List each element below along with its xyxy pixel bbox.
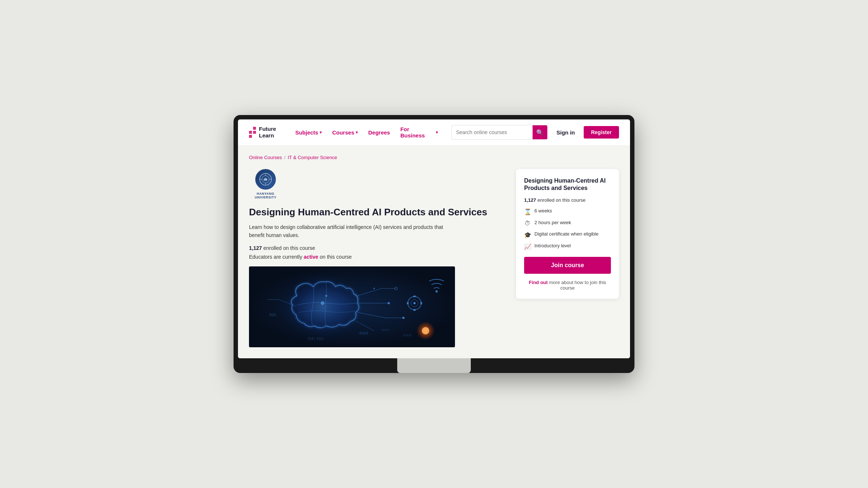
card-stat-certificate: 🎓 Digital certificate when eligible [524, 231, 611, 238]
svg-text:01010: 01010 [359, 332, 368, 335]
breadcrumb-category[interactable]: IT & Computer Science [288, 155, 337, 160]
svg-text:0101: 0101 [269, 313, 276, 317]
svg-rect-25 [420, 302, 422, 304]
register-button[interactable]: Register [584, 126, 619, 139]
find-out-link[interactable]: Find out [529, 280, 548, 285]
course-left: HY HANYANG UNIVERSITY Designing Human-Ce… [249, 169, 507, 348]
card-level-text: Introductory level [534, 243, 571, 248]
svg-point-35 [402, 317, 405, 319]
nav-subjects[interactable]: Subjects ▾ [291, 126, 327, 139]
svg-rect-24 [407, 302, 409, 304]
educators-prefix: Educators are currently [249, 254, 304, 260]
svg-point-38 [325, 295, 327, 297]
nav-degrees[interactable]: Degrees [364, 126, 394, 139]
course-description: Learn how to design collaborative artifi… [249, 223, 455, 240]
search-box: 🔍 [451, 125, 548, 140]
breadcrumb: Online Courses / IT & Computer Science [249, 155, 619, 160]
main-content: Online Courses / IT & Computer Science [238, 146, 630, 359]
svg-text:HY: HY [263, 178, 268, 182]
svg-point-37 [321, 301, 324, 305]
svg-point-34 [388, 302, 390, 304]
breadcrumb-home[interactable]: Online Courses [249, 155, 282, 160]
monitor-screen: Future Learn Subjects ▾ Courses ▾ Degree… [238, 119, 630, 359]
university-name: HANYANG UNIVERSITY [249, 192, 282, 199]
card-duration-text: 6 weeks [534, 208, 552, 214]
search-input[interactable] [452, 129, 533, 135]
search-button[interactable]: 🔍 [533, 125, 547, 140]
course-title: Designing Human-Centred AI Products and … [249, 207, 507, 218]
card-enrolled-count: 1,127 [524, 197, 536, 203]
logo[interactable]: Future Learn [249, 126, 276, 139]
university-badge: HY HANYANG UNIVERSITY [249, 169, 282, 199]
card-title: Designing Human-Centred AI Products and … [524, 177, 611, 193]
clock-icon: ⌛ [524, 208, 531, 215]
educators-info: Educators are currently active on this c… [249, 254, 507, 260]
enrolled-count: 1,127 [249, 245, 262, 251]
card-stat-duration: ⌛ 6 weeks [524, 208, 611, 215]
search-icon: 🔍 [536, 129, 544, 136]
card-stat-time: ⏱ 2 hours per week [524, 220, 611, 227]
svg-point-33 [422, 327, 429, 334]
active-link[interactable]: active [304, 254, 319, 260]
course-image: 0101 01010 10110 0101 0101 01010 [249, 266, 455, 347]
header: Future Learn Subjects ▾ Courses ▾ Degree… [238, 119, 630, 146]
breadcrumb-separator: / [284, 155, 286, 160]
course-sidebar: Designing Human-Centred AI Products and … [516, 169, 619, 299]
card-enrolled-stat: 1,127 enrolled on this course [524, 197, 611, 203]
find-out-text: Find out more about how to join this cou… [524, 280, 611, 291]
svg-point-36 [373, 288, 375, 289]
course-card: Designing Human-Centred AI Products and … [516, 169, 619, 299]
logo-text: Future Learn [259, 126, 276, 139]
logo-icon [249, 127, 256, 138]
header-right: 🔍 Sign in Register [451, 125, 619, 140]
svg-rect-23 [413, 309, 416, 311]
main-nav: Subjects ▾ Courses ▾ Degrees For Busines… [291, 123, 442, 141]
enrolled-info: 1,127 enrolled on this course [249, 245, 507, 251]
card-time-text: 2 hours per week [534, 220, 571, 225]
level-icon: 📈 [524, 243, 531, 250]
chevron-down-icon: ▾ [436, 130, 438, 135]
educators-suffix: on this course [320, 254, 352, 260]
svg-rect-22 [413, 295, 416, 297]
sign-in-button[interactable]: Sign in [552, 126, 579, 139]
nav-for-business[interactable]: For Business ▾ [396, 123, 442, 141]
svg-point-21 [413, 302, 416, 304]
certificate-icon: 🎓 [524, 232, 531, 238]
chevron-down-icon: ▾ [320, 130, 322, 135]
find-out-suffix: more about how to join this course [549, 280, 606, 291]
course-layout: HY HANYANG UNIVERSITY Designing Human-Ce… [249, 169, 619, 348]
timer-icon: ⏱ [524, 220, 531, 227]
monitor-outer: Future Learn Subjects ▾ Courses ▾ Degree… [234, 115, 634, 373]
card-stat-level: 📈 Introductory level [524, 243, 611, 250]
card-enrolled-label: enrolled on this course [537, 197, 586, 203]
university-logo: HY [255, 169, 276, 190]
card-certificate-text: Digital certificate when eligible [534, 231, 598, 237]
svg-text:01010: 01010 [403, 334, 411, 337]
svg-point-26 [435, 290, 438, 293]
svg-point-9 [275, 270, 370, 344]
enrolled-label: enrolled on this course [263, 245, 315, 251]
nav-courses[interactable]: Courses ▾ [328, 126, 362, 139]
monitor-stand [397, 358, 471, 373]
svg-text:0101 0101: 0101 0101 [308, 337, 324, 341]
svg-text:10110: 10110 [381, 329, 389, 331]
chevron-down-icon: ▾ [356, 130, 358, 135]
join-course-button[interactable]: Join course [524, 257, 611, 274]
